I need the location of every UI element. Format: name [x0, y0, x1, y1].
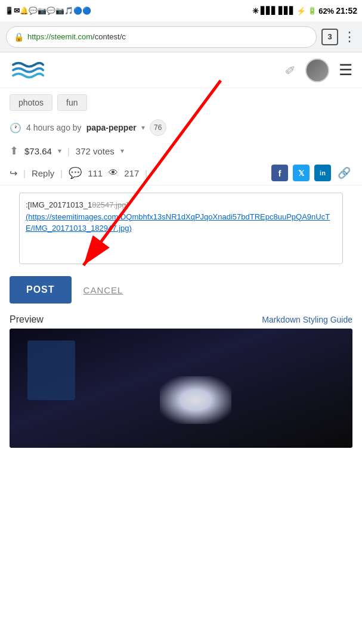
- linkedin-share-button[interactable]: in: [314, 165, 331, 181]
- status-icons-left: 📱✉🔔💬📷💬📷🎵🔵🔵: [5, 7, 91, 15]
- level-badge: 76: [150, 119, 166, 136]
- address-bar[interactable]: 🔒 https://steemit.com/contest/c: [6, 26, 317, 48]
- preview-light-spot: [160, 376, 231, 424]
- avatar[interactable]: [305, 58, 329, 82]
- signal-icon-2: ▋▋▋: [279, 7, 295, 15]
- url-path: /contest/c: [92, 32, 126, 41]
- preview-section: Preview Markdown Styling Guide: [0, 308, 362, 329]
- time-ago-text: 4 hours ago by: [26, 123, 82, 132]
- time: 21:52: [336, 6, 357, 16]
- post-button[interactable]: POST: [10, 276, 72, 304]
- nav-right: ✏ ☰: [285, 58, 352, 82]
- notification-icons: 📱✉🔔💬📷💬📷🎵🔵🔵: [5, 7, 91, 15]
- editor-content: :[IMG_20171013_182547.jpg] (https://stee…: [26, 200, 330, 233]
- url-https: https://: [27, 32, 51, 41]
- avatar-image: [307, 60, 328, 81]
- view-count: 217: [124, 168, 139, 178]
- url-domain: steemit.com: [51, 32, 92, 41]
- bluetooth-icon: ✳: [252, 7, 259, 16]
- action-divider-2: |: [60, 168, 63, 178]
- payout-caret[interactable]: ▾: [58, 147, 61, 155]
- action-divider-1: |: [23, 168, 26, 178]
- tag-photos[interactable]: photos: [10, 94, 52, 111]
- preview-label: Preview: [10, 314, 44, 325]
- editor-actions-container: POST CANCEL: [0, 271, 362, 308]
- editor-container: :[IMG_20171013_182547.jpg] (https://stee…: [10, 193, 352, 264]
- post-meta: 🕐 4 hours ago by papa-pepper ▾ 76: [0, 114, 362, 141]
- battery-icon: 🔋: [308, 7, 317, 15]
- tags-area: photos fun: [0, 88, 362, 114]
- clock-icon: 🕐: [10, 122, 21, 134]
- status-icons-right: ✳ ▋▋▋ ▋▋▋ ⚡ 🔋 62% 21:52: [252, 6, 357, 16]
- comment-icon: 💬: [69, 166, 82, 179]
- cancel-button[interactable]: CANCEL: [83, 285, 123, 295]
- steem-logo[interactable]: [10, 60, 45, 81]
- vote-divider: |: [67, 146, 70, 156]
- edit-icon[interactable]: ✏: [281, 61, 300, 79]
- editor-strikethrough: 82547.jpg]: [92, 200, 128, 209]
- steem-logo-svg: [10, 60, 45, 81]
- twitter-share-button[interactable]: 𝕏: [293, 165, 310, 181]
- preview-blue-shape: [27, 340, 75, 400]
- caret-icon: ▾: [141, 123, 145, 132]
- steemit-nav: ✏ ☰: [0, 52, 362, 88]
- author-name[interactable]: papa-pepper: [86, 123, 137, 132]
- copy-link-button[interactable]: 🔗: [336, 165, 352, 181]
- facebook-share-button[interactable]: f: [271, 165, 288, 181]
- comment-count: 111: [88, 168, 103, 178]
- preview-dark-bg: [10, 329, 352, 448]
- upvote-button[interactable]: ⬆: [10, 144, 18, 157]
- hamburger-menu-icon[interactable]: ☰: [339, 61, 352, 79]
- preview-image: [10, 329, 352, 448]
- share-icon[interactable]: ↪: [10, 168, 17, 179]
- editor-text-start: :[IMG_20171013_1: [26, 200, 92, 209]
- lock-icon: 🔒: [14, 32, 24, 42]
- battery-percent: 62%: [318, 7, 334, 16]
- signal-icon: ▋▋▋: [261, 7, 277, 15]
- reply-button[interactable]: Reply: [32, 168, 54, 178]
- comment-editor[interactable]: :[IMG_20171013_182547.jpg] (https://stee…: [19, 193, 343, 264]
- social-icons: f 𝕏 in 🔗: [271, 165, 352, 181]
- editor-url: (https://steemitimages.com/DQmbhfx13sNR1…: [26, 212, 330, 233]
- eye-icon: 👁: [109, 168, 118, 178]
- action-divider-3: |: [145, 168, 147, 178]
- payout-amount: $73.64: [24, 146, 52, 156]
- vote-row: ⬆ $73.64 ▾ | 372 votes ▾: [0, 141, 362, 161]
- tab-count[interactable]: 3: [321, 29, 338, 45]
- vote-count[interactable]: 372 votes: [76, 146, 115, 156]
- browser-bar: 🔒 https://steemit.com/contest/c 3 ⋮: [0, 21, 362, 52]
- url-text: https://steemit.com/contest/c: [27, 32, 126, 41]
- markdown-guide-link[interactable]: Markdown Styling Guide: [262, 315, 352, 324]
- action-row: ↪ | Reply | 💬 111 👁 217 | f 𝕏 in 🔗: [0, 161, 362, 185]
- votes-caret[interactable]: ▾: [120, 147, 124, 155]
- editor-actions: POST CANCEL: [0, 271, 362, 308]
- battery-charge-icon: ⚡: [296, 7, 306, 16]
- tag-fun[interactable]: fun: [57, 94, 86, 111]
- browser-menu-button[interactable]: ⋮: [343, 29, 356, 45]
- status-bar: 📱✉🔔💬📷💬📷🎵🔵🔵 ✳ ▋▋▋ ▋▋▋ ⚡ 🔋 62% 21:52: [0, 0, 362, 21]
